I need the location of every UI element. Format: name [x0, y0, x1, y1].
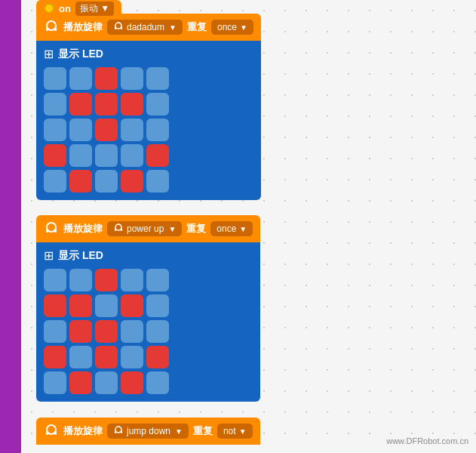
- led-cell-4-3[interactable]: [121, 170, 143, 193]
- svg-point-9: [115, 224, 121, 230]
- led-cell-4-2[interactable]: [95, 170, 118, 193]
- led-cell-3-3[interactable]: [121, 346, 143, 368]
- led-cell-3-4[interactable]: [146, 346, 169, 368]
- led-cell-1-3[interactable]: [121, 93, 143, 116]
- led-cell-1-3[interactable]: [121, 294, 143, 317]
- once-arrow-3: ▼: [239, 427, 247, 436]
- led-cell-3-4[interactable]: [146, 144, 169, 167]
- svg-rect-10: [115, 229, 116, 232]
- once-label-3: not: [223, 426, 236, 436]
- once-dropdown-2[interactable]: once ▼: [210, 221, 253, 236]
- vibration-icon: [44, 3, 54, 14]
- led-cell-2-4[interactable]: [146, 119, 169, 141]
- watermark: www.DFRobot.com.cn: [386, 436, 468, 445]
- play-label-3: 播放旋律: [63, 424, 103, 438]
- melody-name-1: dadadum: [127, 22, 164, 32]
- led-cell-0-4[interactable]: [146, 67, 169, 90]
- led-cell-4-1[interactable]: [69, 371, 92, 394]
- led-cell-0-2[interactable]: [95, 67, 118, 90]
- block-group-2: 播放旋律 power up ▼ 重复 once ▼: [36, 215, 260, 402]
- led-cell-4-0[interactable]: [44, 170, 66, 193]
- melody-dropdown-1[interactable]: dadadum ▼: [107, 20, 183, 35]
- led-cell-3-3[interactable]: [121, 144, 143, 167]
- block-group-3: 播放旋律 jump down ▼ 重复 not ▼: [36, 418, 260, 445]
- led-cell-2-3[interactable]: [121, 119, 143, 141]
- led-cell-2-1[interactable]: [69, 119, 92, 141]
- led-cell-1-1[interactable]: [69, 93, 92, 116]
- led-cell-0-2[interactable]: [95, 269, 118, 291]
- vibration-dropdown[interactable]: 振动 ▼: [75, 2, 114, 16]
- melody-name-3: jump down: [127, 426, 170, 436]
- led-cell-3-1[interactable]: [69, 144, 92, 167]
- led-cell-1-0[interactable]: [44, 93, 66, 116]
- led-cell-4-4[interactable]: [146, 170, 169, 193]
- led-cell-4-4[interactable]: [146, 371, 169, 394]
- led-cell-1-4[interactable]: [146, 93, 169, 116]
- headphone-icon-3: [44, 424, 59, 439]
- svg-rect-16: [115, 431, 116, 434]
- led-title-1: 显示 LED: [58, 48, 103, 61]
- led-cell-4-0[interactable]: [44, 371, 66, 394]
- melody-dropdown-3[interactable]: jump down ▼: [107, 424, 189, 439]
- on-label: on: [59, 3, 71, 14]
- led-cell-1-1[interactable]: [69, 294, 92, 317]
- once-dropdown-1[interactable]: once ▼: [211, 20, 253, 35]
- vibration-arrow: ▼: [100, 3, 109, 14]
- workspace: on 振动 ▼ 播放旋律: [0, 0, 476, 453]
- led-cell-2-0[interactable]: [44, 320, 66, 343]
- melody-dropdown-2[interactable]: power up ▼: [107, 221, 182, 236]
- once-dropdown-3[interactable]: not ▼: [217, 424, 253, 439]
- repeat-label-3: 重复: [193, 424, 213, 438]
- led-cell-0-1[interactable]: [69, 269, 92, 291]
- melody-headphone-icon-3: [113, 426, 124, 436]
- led-cell-3-2[interactable]: [95, 144, 118, 167]
- play-melody-block-1: 播放旋律 dadadum ▼ 重复 once ▼: [36, 14, 261, 41]
- led-cell-3-1[interactable]: [69, 346, 92, 368]
- svg-rect-7: [46, 229, 48, 233]
- play-melody-block-3: 播放旋律 jump down ▼ 重复 not ▼: [36, 418, 260, 445]
- vibration-label: 振动: [80, 3, 98, 14]
- led-cell-4-2[interactable]: [95, 371, 118, 394]
- headphone-icon-2: [44, 221, 59, 236]
- led-cell-1-2[interactable]: [95, 294, 118, 317]
- led-header-1: ⊞ 显示 LED: [44, 47, 253, 61]
- repeat-label-2: 重复: [186, 222, 206, 236]
- led-cell-4-1[interactable]: [69, 170, 92, 193]
- led-cell-0-0[interactable]: [44, 269, 66, 291]
- led-grid-2: [44, 269, 253, 394]
- led-cell-1-4[interactable]: [146, 294, 169, 317]
- led-display-1: ⊞ 显示 LED: [36, 41, 261, 200]
- svg-rect-1: [46, 27, 48, 31]
- svg-rect-4: [115, 27, 116, 30]
- melody-arrow-1: ▼: [169, 23, 177, 32]
- play-melody-block-2: 播放旋律 power up ▼ 重复 once ▼: [36, 215, 260, 242]
- led-cell-3-2[interactable]: [95, 346, 118, 368]
- main-content: on 振动 ▼ 播放旋律: [21, 0, 476, 453]
- svg-rect-13: [46, 431, 48, 435]
- led-cell-0-1[interactable]: [69, 67, 92, 90]
- led-cell-2-4[interactable]: [146, 320, 169, 343]
- led-cell-2-0[interactable]: [44, 119, 66, 141]
- led-cell-1-0[interactable]: [44, 294, 66, 317]
- led-display-2: ⊞ 显示 LED: [36, 242, 260, 402]
- led-cell-2-3[interactable]: [121, 320, 143, 343]
- led-cell-3-0[interactable]: [44, 144, 66, 167]
- led-cell-3-0[interactable]: [44, 346, 66, 368]
- led-cell-2-2[interactable]: [95, 320, 118, 343]
- melody-headphone-icon-1: [113, 22, 124, 32]
- led-cell-1-2[interactable]: [95, 93, 118, 116]
- led-cell-0-3[interactable]: [121, 67, 143, 90]
- svg-rect-5: [121, 27, 122, 30]
- led-cell-0-3[interactable]: [121, 269, 143, 291]
- led-cell-0-0[interactable]: [44, 67, 66, 90]
- led-cell-0-4[interactable]: [146, 269, 169, 291]
- once-label-2: once: [217, 223, 236, 234]
- led-cell-2-2[interactable]: [95, 119, 118, 141]
- repeat-label-1: 重复: [187, 20, 207, 34]
- led-cell-2-1[interactable]: [69, 320, 92, 343]
- melody-headphone-icon-2: [113, 223, 124, 234]
- block-group-1: 播放旋律 dadadum ▼ 重复 once ▼: [36, 14, 261, 200]
- svg-rect-14: [54, 431, 57, 435]
- led-grid-1: [44, 67, 253, 193]
- led-cell-4-3[interactable]: [121, 371, 143, 394]
